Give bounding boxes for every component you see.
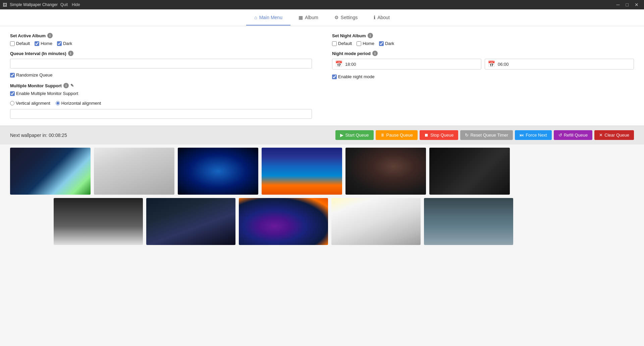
wallpaper-thumb-9[interactable]	[239, 198, 328, 245]
start-time-value: 18:00	[345, 62, 356, 67]
close-button[interactable]: ✕	[632, 1, 641, 8]
end-time-wrapper[interactable]: 📅 06:00	[485, 59, 634, 69]
active-album-home-input[interactable]	[35, 41, 39, 46]
night-album-checkboxes: Default Home Dark	[332, 41, 634, 46]
wallpaper-thumb-2[interactable]	[94, 148, 174, 195]
night-album-default-label: Default	[338, 41, 352, 46]
monitor-enable-row: Enable Multiple Monitor Support	[10, 91, 312, 96]
app-title: Simple Wallpaper Changer	[10, 2, 58, 7]
maximize-button[interactable]: □	[623, 1, 631, 8]
night-album-default-checkbox[interactable]: Default	[332, 41, 352, 46]
active-album-dark-checkbox[interactable]: Dark	[57, 41, 72, 46]
refill-queue-label: Refill Queue	[564, 133, 588, 138]
wallpaper-thumb-11[interactable]	[424, 198, 513, 245]
right-column: Set Night Album i Default Home Dark	[332, 33, 634, 119]
enable-monitor-support-input[interactable]	[10, 91, 15, 96]
night-album-home-input[interactable]	[357, 41, 361, 46]
set-active-album-info-icon: i	[47, 33, 53, 38]
tab-main-menu[interactable]: ⌂ Main Menu	[246, 10, 290, 26]
night-mode-period-title: Night mode period i	[332, 51, 634, 56]
force-next-button[interactable]: ⏭ Force Next	[515, 130, 552, 140]
queue-interval-title: Queue Interval (In minutes) i	[10, 51, 312, 56]
wallpaper-thumb-3[interactable]	[178, 148, 258, 195]
main-content: ⌂ Main Menu ▦ Album ⚙ Settings ℹ About S…	[0, 9, 644, 346]
stop-queue-button[interactable]: ⏹ Stop Queue	[420, 130, 458, 140]
enable-monitor-support-label: Enable Multiple Monitor Support	[16, 91, 78, 96]
night-album-dark-input[interactable]	[379, 41, 384, 46]
tab-album[interactable]: ▦ Album	[290, 10, 326, 26]
menu-hide[interactable]: Hide	[72, 2, 80, 7]
queue-interval-input[interactable]: 10	[10, 59, 312, 68]
night-time-row: 📅 18:00 📅 06:00	[332, 59, 634, 69]
wallpaper-row-2	[54, 198, 634, 245]
left-column: Set Active Album i Default Home Dark	[10, 33, 312, 119]
about-icon: ℹ	[374, 15, 375, 20]
monitor-support-info-icon: i	[63, 83, 69, 88]
wallpaper-thumb-4[interactable]	[262, 148, 342, 195]
night-mode-period-label: Night mode period	[332, 51, 371, 56]
wallpaper-thumb-7[interactable]	[54, 198, 143, 245]
start-queue-button[interactable]: ▶ Start Queue	[335, 130, 373, 140]
active-album-home-checkbox[interactable]: Home	[35, 41, 52, 46]
randomize-queue-input[interactable]	[10, 73, 15, 78]
tab-main-menu-label: Main Menu	[259, 15, 282, 20]
set-active-album-label: Set Active Album	[10, 33, 46, 38]
enable-monitor-support-checkbox[interactable]: Enable Multiple Monitor Support	[10, 91, 78, 96]
active-album-default-label: Default	[16, 41, 30, 46]
active-album-default-input[interactable]	[10, 41, 15, 46]
reset-queue-timer-button[interactable]: ↻ Reset Queue Timer	[460, 130, 513, 140]
pause-queue-button[interactable]: ⏸ Pause Queue	[376, 130, 418, 140]
horizontal-alignment-radio[interactable]: Horizontal alignment	[56, 101, 101, 106]
wallpaper-thumb-10[interactable]	[331, 198, 421, 245]
wallpaper-thumb-6[interactable]	[429, 148, 510, 195]
wallpaper-grid	[0, 144, 644, 346]
titlebar-left: 🖼 Simple Wallpaper Changer Quit Hide	[3, 2, 80, 7]
start-queue-icon: ▶	[340, 133, 343, 138]
wallpaper-thumb-5[interactable]	[345, 148, 426, 195]
wallpaper-thumb-8[interactable]	[146, 198, 235, 245]
tab-settings[interactable]: ⚙ Settings	[326, 10, 366, 26]
set-active-album-title: Set Active Album i	[10, 33, 312, 38]
active-album-dark-input[interactable]	[57, 41, 62, 46]
monitor-resolution-input[interactable]: 1920x1080;1920x1080	[10, 109, 312, 119]
main-menu-icon: ⌂	[254, 15, 257, 20]
night-album-home-checkbox[interactable]: Home	[357, 41, 374, 46]
queue-interval-info-icon: i	[68, 51, 73, 56]
horizontal-alignment-label: Horizontal alignment	[61, 101, 101, 106]
night-album-default-input[interactable]	[332, 41, 337, 46]
monitor-support-label: Multiple Monitor Support	[10, 83, 62, 88]
queue-timer: Next wallpaper in: 00:08:25	[10, 133, 67, 138]
enable-night-mode-checkbox[interactable]: Enable night mode	[332, 74, 634, 79]
refill-queue-button[interactable]: ↺ Refill Queue	[554, 130, 593, 140]
monitor-support-edit-icon[interactable]: ✎	[70, 83, 74, 88]
titlebar-menu: Quit Hide	[60, 2, 80, 7]
refill-queue-icon: ↺	[558, 133, 562, 138]
randomize-queue-label: Randomize Queue	[16, 72, 52, 78]
clear-queue-button[interactable]: ✕ Clear Queue	[594, 130, 634, 140]
reset-queue-timer-icon: ↻	[465, 133, 469, 138]
vertical-alignment-input[interactable]	[10, 101, 14, 105]
active-album-default-checkbox[interactable]: Default	[10, 41, 30, 46]
wallpaper-thumb-1[interactable]	[10, 148, 91, 195]
queue-buttons: ▶ Start Queue ⏸ Pause Queue ⏹ Stop Queue…	[335, 130, 634, 140]
randomize-queue-checkbox[interactable]: Randomize Queue	[10, 72, 312, 78]
stop-queue-label: Stop Queue	[430, 133, 453, 138]
active-album-home-label: Home	[41, 41, 52, 46]
monitor-support-title: Multiple Monitor Support i ✎	[10, 83, 312, 88]
tab-about-label: About	[377, 15, 390, 20]
enable-night-mode-input[interactable]	[332, 75, 337, 79]
end-time-icon: 📅	[488, 60, 495, 68]
minimize-button[interactable]: ─	[614, 1, 623, 8]
enable-night-mode-label: Enable night mode	[338, 74, 374, 79]
night-album-dark-checkbox[interactable]: Dark	[379, 41, 394, 46]
queue-interval-label: Queue Interval (In minutes)	[10, 51, 66, 56]
horizontal-alignment-input[interactable]	[56, 101, 60, 105]
set-night-album-info-icon: i	[368, 33, 373, 38]
settings-panel: Set Active Album i Default Home Dark	[0, 26, 644, 126]
tab-about[interactable]: ℹ About	[366, 10, 398, 26]
start-time-wrapper[interactable]: 📅 18:00	[332, 59, 481, 69]
vertical-alignment-radio[interactable]: Vertical alignment	[10, 101, 50, 106]
alignment-radio-row: Vertical alignment Horizontal alignment	[10, 101, 312, 106]
set-night-album-label: Set Night Album	[332, 33, 366, 38]
menu-quit[interactable]: Quit	[60, 2, 68, 7]
